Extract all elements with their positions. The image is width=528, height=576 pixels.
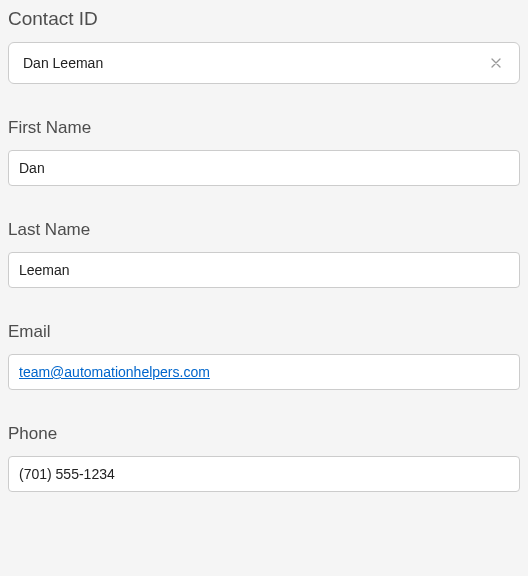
email-label: Email bbox=[8, 322, 520, 342]
contact-id-label: Contact ID bbox=[8, 8, 520, 30]
contact-id-value: Dan Leeman bbox=[23, 55, 103, 71]
close-icon[interactable] bbox=[487, 56, 505, 70]
first-name-input[interactable] bbox=[8, 150, 520, 186]
first-name-label: First Name bbox=[8, 118, 520, 138]
email-field[interactable]: team@automationhelpers.com bbox=[8, 354, 520, 390]
contact-id-select[interactable]: Dan Leeman bbox=[8, 42, 520, 84]
email-link[interactable]: team@automationhelpers.com bbox=[19, 364, 210, 380]
phone-label: Phone bbox=[8, 424, 520, 444]
last-name-input[interactable] bbox=[8, 252, 520, 288]
last-name-label: Last Name bbox=[8, 220, 520, 240]
phone-input[interactable] bbox=[8, 456, 520, 492]
